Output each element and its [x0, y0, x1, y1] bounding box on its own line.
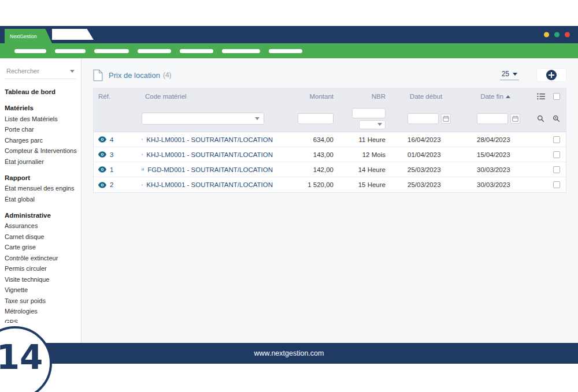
row-montant: 142,00 — [273, 166, 339, 173]
row-checkbox[interactable] — [553, 181, 560, 188]
nav-item-placeholder[interactable] — [180, 49, 213, 53]
page-title: Prix de location — [109, 71, 160, 80]
row-code-link[interactable]: KHJ-LM0001 - SOUTRAITANT/LOCATION — [137, 181, 273, 188]
sidebar-section-administrative: Administrative Assurances Carnet disque … — [5, 212, 76, 323]
row-code-link[interactable]: KHJ-LM0001 - SOUTRAITANT/LOCATION — [137, 151, 273, 158]
date-debut-filter-input[interactable] — [407, 113, 439, 124]
table-header-row: Réf. Code matériel Montant NBR Date débu… — [94, 88, 566, 105]
row-code-link[interactable]: KHJ-LM0001 - SOUTRAITANT/LOCATION — [137, 136, 273, 143]
nav-item-placeholder[interactable] — [55, 49, 86, 53]
sidebar-search-select[interactable]: Rechercher — [5, 66, 76, 79]
external-link-icon — [142, 182, 143, 188]
main-content: Prix de location (4) 25 Réf. Code matéri… — [81, 58, 578, 343]
eye-icon — [98, 166, 106, 173]
sidebar-item[interactable]: Liste des Matériels — [5, 115, 76, 122]
eye-icon — [98, 182, 106, 188]
teal-dot[interactable] — [554, 32, 560, 38]
row-checkbox[interactable] — [553, 151, 560, 158]
add-button[interactable] — [536, 68, 566, 82]
sidebar-item[interactable]: Visite technique — [5, 276, 76, 283]
sidebar-section-title: Matériels — [5, 104, 76, 111]
external-link-icon — [142, 151, 143, 158]
code-filter-cell — [137, 113, 273, 125]
secondary-tab[interactable] — [52, 29, 94, 40]
calendar-icon[interactable] — [441, 114, 451, 124]
yellow-dot[interactable] — [544, 32, 549, 38]
row-checkbox[interactable] — [553, 166, 560, 173]
brand-tab[interactable]: NextGestion — [5, 29, 52, 43]
col-header-montant[interactable]: Montant — [273, 93, 339, 100]
calendar-icon[interactable] — [510, 114, 520, 124]
main-nav — [0, 43, 578, 58]
sidebar-item-clipped[interactable]: GPS — [5, 319, 76, 323]
sidebar-item[interactable]: Charges parc — [5, 137, 76, 144]
sidebar-item[interactable]: État global — [5, 196, 76, 203]
row-montant: 143,00 — [273, 151, 339, 158]
nav-item-placeholder[interactable] — [222, 49, 260, 53]
row-ref-link[interactable]: 1 — [94, 166, 137, 173]
sidebar-item[interactable]: Métrologies — [5, 308, 76, 315]
list-view-icon[interactable] — [537, 93, 545, 100]
col-header-date-debut[interactable]: Date début — [391, 93, 461, 100]
col-header-code[interactable]: Code matériel — [137, 93, 273, 100]
chevron-down-icon — [70, 70, 75, 73]
row-date-fin: 30/03/2023 — [461, 181, 530, 188]
sidebar-item[interactable]: Assurances — [5, 222, 76, 229]
row-ref-link[interactable]: 2 — [94, 181, 137, 188]
row-ref-link[interactable]: 3 — [94, 151, 137, 158]
table-row: 2 KHJ-LM0001 - SOUTRAITANT/LOCATION 1 52… — [94, 177, 566, 192]
red-dot[interactable] — [565, 32, 570, 38]
row-checkbox[interactable] — [553, 136, 560, 143]
table-row: 4 KHJ-LM0001 - SOUTRAITANT/LOCATION 634,… — [94, 132, 566, 147]
clear-search-icon[interactable] — [553, 115, 560, 122]
sidebar-item[interactable]: Porte char — [5, 126, 76, 133]
col-header-date-fin[interactable]: Date fin — [461, 93, 530, 100]
select-all-checkbox[interactable] — [553, 93, 560, 100]
brand-label: NextGestion — [10, 33, 37, 39]
col-header-nbr[interactable]: NBR — [339, 93, 391, 100]
nbr-filter-cell — [339, 108, 391, 129]
row-nbr: 11 Heure — [339, 136, 391, 143]
sidebar-item[interactable]: État journalier — [5, 158, 76, 165]
search-icon[interactable] — [537, 115, 544, 122]
row-nbr: 14 Heure — [339, 166, 391, 173]
date-debut-filter-cell — [391, 113, 461, 124]
sidebar-item[interactable]: Vignette — [5, 286, 76, 293]
row-nbr: 15 Heure — [339, 181, 391, 188]
col-header-ref[interactable]: Réf. — [94, 93, 137, 100]
nav-item-placeholder[interactable] — [269, 49, 302, 53]
nav-item-placeholder[interactable] — [138, 49, 171, 53]
sidebar-item-dashboard[interactable]: Tableau de bord — [5, 88, 76, 95]
sidebar-item[interactable]: Taxe sur poids — [5, 297, 76, 304]
sidebar-item[interactable]: Carnet disque — [5, 233, 76, 240]
row-date-debut: 01/04/2023 — [391, 151, 461, 158]
title-row: Prix de location (4) 25 — [93, 68, 566, 83]
row-code-link[interactable]: FGD-MD001 - SOUTRAITANT/LOCATION — [137, 166, 273, 173]
row-date-fin: 30/03/2023 — [461, 166, 530, 173]
date-fin-filter-input[interactable] — [477, 113, 508, 124]
table-row: 3 KHJ-LM0001 - SOUTRAITANT/LOCATION 143,… — [94, 147, 566, 162]
chevron-down-icon — [255, 117, 260, 120]
data-table: Réf. Code matériel Montant NBR Date débu… — [93, 88, 566, 193]
row-ref-link[interactable]: 4 — [94, 136, 137, 143]
sidebar-item[interactable]: Compteur & Interventions — [5, 147, 76, 154]
page-size-select[interactable]: 25 — [500, 70, 519, 80]
sidebar-item[interactable]: Contrôle extincteur — [5, 255, 76, 262]
code-filter-select[interactable] — [142, 113, 264, 125]
sidebar-section-materiels: Matériels Liste des Matériels Porte char… — [5, 104, 76, 165]
sidebar-item[interactable]: Permis circuler — [5, 265, 76, 272]
app-window: NextGestion Rechercher Tableau de bord M… — [0, 26, 578, 364]
sidebar-item[interactable]: Carte grise — [5, 244, 76, 251]
nav-item-placeholder[interactable] — [14, 49, 46, 53]
sidebar-search-label: Rechercher — [6, 68, 39, 74]
top-bar: NextGestion — [0, 26, 578, 43]
footer-url[interactable]: www.nextgestion.com — [254, 349, 324, 357]
sort-ascending-icon — [506, 95, 510, 98]
plus-icon — [546, 70, 557, 80]
nav-item-placeholder[interactable] — [94, 49, 129, 53]
montant-filter-input[interactable] — [298, 113, 334, 124]
nbr-unit-filter-select[interactable] — [359, 120, 386, 129]
nbr-filter-input[interactable] — [352, 108, 386, 118]
footer: www.nextgestion.com — [0, 343, 578, 364]
sidebar-item[interactable]: État mensuel des engins — [5, 185, 76, 192]
